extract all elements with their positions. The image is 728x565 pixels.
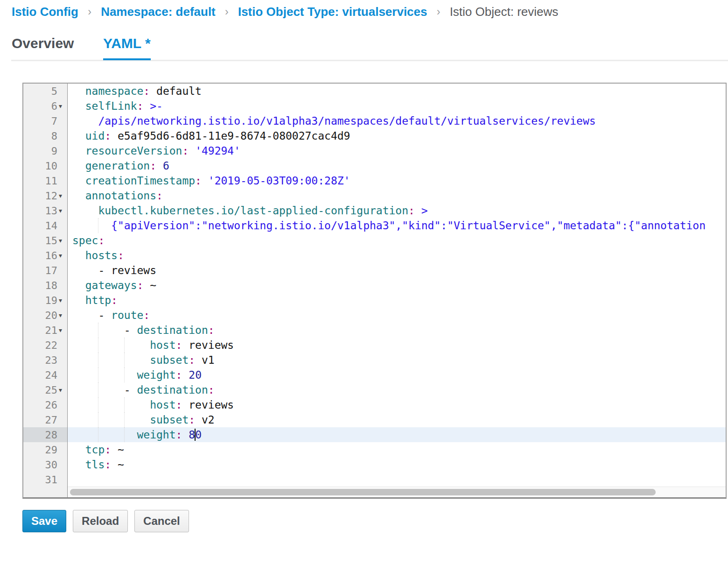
yaml-token: :: [150, 160, 156, 172]
code-line-21[interactable]: - destination:: [68, 323, 726, 338]
yaml-token: creationTimestamp: [85, 175, 195, 187]
fold-toggle-icon[interactable]: ▾: [57, 326, 67, 334]
code-line-17[interactable]: - reviews: [68, 263, 726, 278]
scrollbar-thumb[interactable]: [70, 489, 656, 495]
code-line-30[interactable]: tls: ~: [68, 457, 726, 472]
fold-toggle-icon[interactable]: ▾: [57, 311, 67, 319]
code-line-10[interactable]: generation: 6: [68, 158, 726, 173]
tab-yaml[interactable]: YAML *: [103, 35, 151, 60]
line-number: 28: [23, 429, 57, 441]
yaml-token: annotations: [85, 190, 156, 202]
gutter-line-14: 14: [23, 218, 67, 233]
yaml-token: >-: [143, 100, 163, 112]
reload-button[interactable]: Reload: [73, 510, 128, 532]
yaml-token: :: [408, 205, 415, 217]
code-line-29[interactable]: tcp: ~: [68, 442, 726, 457]
fold-toggle-icon[interactable]: ▾: [57, 252, 67, 259]
yaml-token: :: [189, 354, 195, 366]
code-line-19[interactable]: http:: [68, 293, 726, 308]
gutter-line-20: 20▾: [23, 308, 67, 323]
line-number: 24: [23, 369, 57, 381]
fold-toggle-icon[interactable]: ▾: [57, 237, 67, 244]
yaml-editor[interactable]: 56▾789101112▾13▾1415▾16▾171819▾20▾21▾222…: [22, 83, 727, 499]
indent-guide: [124, 338, 125, 353]
yaml-token: 0: [195, 429, 202, 441]
indentation: [72, 264, 98, 276]
yaml-token: subset: [150, 354, 189, 366]
gutter-line-21: 21▾: [23, 323, 67, 338]
gutter-line-26: 26: [23, 397, 67, 412]
fold-toggle-icon[interactable]: ▾: [57, 207, 67, 214]
yaml-token: :: [208, 324, 215, 336]
code-line-11[interactable]: creationTimestamp: '2019-05-03T09:00:28Z…: [68, 173, 726, 188]
code-line-5[interactable]: namespace: default: [68, 84, 726, 99]
yaml-token: host: [150, 399, 175, 411]
yaml-token: destination: [137, 324, 208, 336]
line-number: 9: [23, 145, 57, 157]
gutter-line-31: 31: [23, 472, 67, 487]
horizontal-scrollbar[interactable]: [68, 487, 726, 497]
indentation: [72, 130, 85, 142]
code-line-8[interactable]: uid: e5af95d6-6d81-11e9-8674-080027cac4d…: [68, 128, 726, 143]
fold-toggle-icon[interactable]: ▾: [57, 102, 67, 110]
code-line-12[interactable]: annotations:: [68, 188, 726, 203]
indentation: [72, 414, 150, 426]
line-number: 13: [23, 205, 57, 217]
code-line-28[interactable]: weight: 80: [68, 427, 726, 442]
indentation: [72, 115, 98, 127]
indent-guide: [98, 367, 98, 382]
yaml-token: :: [208, 384, 215, 396]
save-button[interactable]: Save: [22, 510, 66, 532]
line-number: 25: [23, 384, 57, 396]
code-line-7[interactable]: /apis/networking.istio.io/v1alpha3/names…: [68, 113, 726, 128]
cancel-button[interactable]: Cancel: [134, 510, 189, 532]
yaml-token: :: [118, 249, 124, 261]
yaml-token: :: [195, 175, 202, 187]
tab-bar: Overview YAML *: [12, 35, 178, 60]
code-line-22[interactable]: host: reviews: [68, 338, 726, 353]
indent-guide: [98, 412, 98, 427]
code-line-24[interactable]: weight: 20: [68, 367, 726, 382]
code-line-26[interactable]: host: reviews: [68, 397, 726, 412]
yaml-token: 6: [156, 160, 169, 172]
code-line-25[interactable]: - destination:: [68, 382, 726, 397]
yaml-token: -: [124, 324, 137, 336]
line-number: 7: [23, 115, 57, 127]
code-line-27[interactable]: subset: v2: [68, 412, 726, 427]
indent-guide: [98, 338, 98, 353]
yaml-token: -: [98, 309, 111, 321]
indentation: [72, 85, 85, 97]
code-line-13[interactable]: kubectl.kubernetes.io/last-applied-confi…: [68, 203, 726, 218]
editor-gutter: 56▾789101112▾13▾1415▾16▾171819▾20▾21▾222…: [23, 84, 68, 497]
gutter-line-6: 6▾: [23, 99, 67, 113]
indentation: [72, 145, 85, 157]
breadcrumb: Istio Config › Namespace: default › Isti…: [12, 5, 558, 19]
code-line-6[interactable]: selfLink: >-: [68, 99, 726, 113]
line-number: 19: [23, 295, 57, 306]
code-line-23[interactable]: subset: v1: [68, 353, 726, 367]
gutter-line-18: 18: [23, 278, 67, 293]
code-line-18[interactable]: gateways: ~: [68, 278, 726, 293]
breadcrumb-item-istio-config[interactable]: Istio Config: [12, 5, 78, 19]
yaml-token: {"apiVersion":"networking.istio.io/v1alp…: [111, 219, 706, 232]
code-line-9[interactable]: resourceVersion: '49294': [68, 143, 726, 158]
breadcrumb-item-object-type[interactable]: Istio Object Type: virtualservices: [238, 5, 427, 19]
indentation: [72, 459, 85, 471]
indent-guide: [124, 353, 125, 367]
code-line-15[interactable]: spec:: [68, 233, 726, 248]
breadcrumb-item-namespace[interactable]: Namespace: default: [101, 5, 216, 19]
fold-toggle-icon[interactable]: ▾: [57, 297, 67, 304]
code-line-20[interactable]: - route:: [68, 308, 726, 323]
indentation: [72, 219, 111, 232]
fold-toggle-icon[interactable]: ▾: [57, 386, 67, 394]
editor-rows[interactable]: namespace: default selfLink: >- /apis/ne…: [68, 84, 726, 487]
code-line-14[interactable]: {"apiVersion":"networking.istio.io/v1alp…: [68, 218, 726, 233]
fold-toggle-icon[interactable]: ▾: [57, 192, 67, 199]
code-line-16[interactable]: hosts:: [68, 248, 726, 263]
editor-content[interactable]: namespace: default selfLink: >- /apis/ne…: [68, 84, 726, 497]
tab-overview[interactable]: Overview: [12, 35, 74, 60]
code-line-31[interactable]: [68, 472, 726, 487]
line-number: 18: [23, 280, 57, 291]
breadcrumb-separator-icon: ›: [437, 6, 441, 18]
gutter-line-30: 30: [23, 457, 67, 472]
